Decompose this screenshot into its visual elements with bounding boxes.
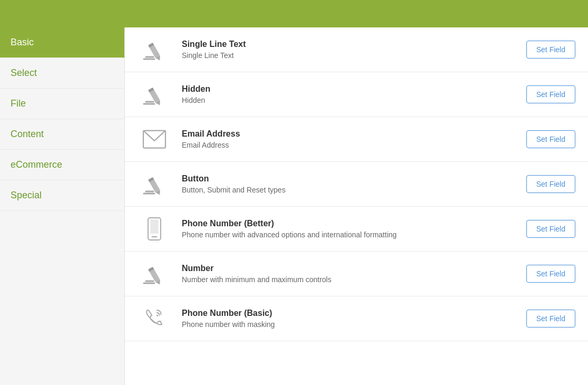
field-icon-phone-basic — [138, 306, 171, 331]
field-description: Single Line Text — [182, 51, 516, 60]
field-info: Phone Number (Better)Phone number with a… — [182, 219, 516, 239]
field-description: Email Address — [182, 141, 516, 149]
field-icon-pencil — [138, 261, 171, 286]
field-icon-pencil — [138, 82, 171, 107]
field-row: Email AddressEmail AddressSet Field — [125, 117, 588, 162]
field-description: Hidden — [182, 96, 516, 104]
field-row: Phone Number (Basic)Phone number with ma… — [125, 296, 588, 341]
close-button[interactable] — [569, 12, 577, 16]
field-name: Number — [182, 264, 516, 273]
sidebar-item-file[interactable]: File — [0, 89, 124, 119]
field-description: Phone number with advanced options and i… — [182, 230, 516, 239]
field-icon-pencil — [138, 171, 171, 197]
field-description: Number with minimum and maximum controls — [182, 275, 516, 284]
field-row: Phone Number (Better)Phone number with a… — [125, 207, 588, 252]
sidebar: BasicSelectFileContenteCommerceSpecial — [0, 27, 125, 385]
field-name: Phone Number (Basic) — [182, 309, 516, 318]
sidebar-item-select[interactable]: Select — [0, 58, 124, 89]
sidebar-item-basic[interactable]: Basic — [0, 27, 124, 58]
set-field-button[interactable]: Set Field — [526, 310, 575, 328]
field-info: NumberNumber with minimum and maximum co… — [182, 264, 516, 284]
field-name: Email Address — [182, 129, 516, 139]
field-icon-phone — [138, 216, 171, 242]
set-field-button[interactable]: Set Field — [526, 175, 575, 193]
modal-header — [0, 0, 588, 27]
field-row: HiddenHiddenSet Field — [125, 72, 588, 117]
field-icon-pencil — [138, 37, 171, 62]
sidebar-item-ecommerce[interactable]: eCommerce — [0, 150, 124, 180]
field-info: HiddenHidden — [182, 84, 516, 104]
set-field-button[interactable]: Set Field — [526, 220, 575, 238]
field-row: NumberNumber with minimum and maximum co… — [125, 252, 588, 296]
field-info: Email AddressEmail Address — [182, 129, 516, 149]
set-field-button[interactable]: Set Field — [526, 41, 575, 59]
field-row: Single Line TextSingle Line TextSet Fiel… — [125, 27, 588, 72]
sidebar-item-special[interactable]: Special — [0, 180, 124, 211]
field-info: Phone Number (Basic)Phone number with ma… — [182, 309, 516, 329]
field-description: Button, Submit and Reset types — [182, 186, 516, 194]
content-area: Single Line TextSingle Line TextSet Fiel… — [125, 27, 588, 385]
field-info: ButtonButton, Submit and Reset types — [182, 174, 516, 194]
set-field-button[interactable]: Set Field — [526, 85, 575, 103]
field-row: ButtonButton, Submit and Reset typesSet … — [125, 162, 588, 207]
modal-body: BasicSelectFileContenteCommerceSpecial S… — [0, 27, 588, 385]
sidebar-item-content[interactable]: Content — [0, 119, 124, 150]
field-name: Single Line Text — [182, 40, 516, 49]
field-name: Hidden — [182, 84, 516, 94]
svg-rect-18 — [151, 219, 159, 234]
field-description: Phone number with masking — [182, 320, 516, 329]
set-field-button[interactable]: Set Field — [526, 265, 575, 283]
field-name: Button — [182, 174, 516, 184]
field-info: Single Line TextSingle Line Text — [182, 40, 516, 60]
modal: BasicSelectFileContenteCommerceSpecial S… — [0, 0, 588, 385]
field-name: Phone Number (Better) — [182, 219, 516, 228]
field-icon-email — [138, 127, 171, 152]
set-field-button[interactable]: Set Field — [526, 130, 575, 148]
